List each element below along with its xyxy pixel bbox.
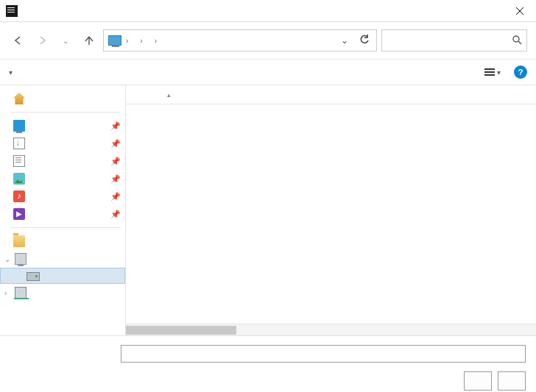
column-header-row: ▴	[126, 85, 536, 104]
close-button[interactable]	[503, 0, 536, 22]
organize-menu[interactable]: ▾	[9, 67, 13, 77]
search-input[interactable]	[387, 35, 507, 46]
desktop-icon	[13, 120, 25, 132]
pin-icon: 📌	[110, 210, 121, 219]
pc-icon	[15, 253, 27, 265]
up-button[interactable]	[80, 31, 99, 50]
hamburger-icon	[484, 68, 495, 76]
forward-button[interactable]	[32, 31, 52, 50]
folder-name-input[interactable]	[121, 345, 526, 363]
expand-icon[interactable]: ›	[4, 289, 10, 297]
sort-ascending-icon: ▴	[167, 91, 171, 99]
address-bar[interactable]: › › › ⌄	[103, 29, 377, 51]
pin-icon: 📌	[110, 121, 121, 131]
folder-icon	[13, 235, 25, 247]
chevron-right-icon[interactable]: ›	[153, 37, 158, 45]
chevron-right-icon[interactable]: ›	[138, 37, 144, 45]
sidebar-item-ccf[interactable]	[0, 232, 125, 250]
pin-icon: 📌	[110, 157, 121, 166]
file-list[interactable]	[126, 104, 536, 324]
pictures-icon	[13, 173, 25, 185]
expand-icon[interactable]: ⌄	[4, 255, 10, 263]
pin-icon: 📌	[110, 192, 121, 202]
address-dropdown[interactable]: ⌄	[336, 35, 353, 46]
view-options-button[interactable]: ▾	[484, 68, 501, 76]
app-icon	[6, 5, 18, 17]
drive-icon	[27, 272, 40, 281]
sidebar-item-downloads[interactable]: 📌	[0, 135, 125, 152]
select-folder-button[interactable]	[464, 371, 492, 391]
sidebar-item-desktop[interactable]: 📌	[0, 117, 125, 135]
sidebar-item-pc[interactable]: ⌄	[0, 250, 125, 268]
column-header-name[interactable]: ▴	[126, 91, 338, 99]
sidebar-item-videos[interactable]: ▶📌	[0, 205, 125, 223]
refresh-button[interactable]	[356, 35, 373, 47]
nav-tree[interactable]: 📌 📌 📌 📌 ♪📌 ▶📌 ⌄ ›	[0, 85, 125, 335]
sidebar-item-network[interactable]: ›	[0, 284, 125, 302]
video-icon: ▶	[13, 208, 25, 220]
pc-icon	[108, 35, 121, 46]
svg-point-0	[513, 36, 519, 42]
back-button[interactable]	[9, 31, 28, 50]
sidebar-item-music[interactable]: ♪📌	[0, 188, 125, 205]
pin-icon: 📌	[110, 139, 121, 149]
horizontal-scrollbar[interactable]	[126, 324, 536, 335]
pin-icon: 📌	[110, 174, 121, 184]
search-field[interactable]	[381, 29, 527, 51]
download-icon	[13, 138, 25, 149]
search-icon[interactable]	[512, 35, 522, 47]
sidebar-item-home[interactable]	[0, 90, 125, 107]
sidebar-item-pictures[interactable]: 📌	[0, 170, 125, 188]
help-button[interactable]: ?	[514, 65, 527, 79]
sidebar-item-documents[interactable]: 📌	[0, 152, 125, 170]
home-icon	[13, 93, 25, 104]
cancel-button[interactable]	[498, 371, 526, 391]
network-icon	[15, 287, 27, 299]
document-icon	[13, 155, 25, 167]
chevron-right-icon[interactable]: ›	[124, 37, 130, 45]
recent-dropdown[interactable]: ⌄	[56, 31, 75, 50]
music-icon: ♪	[13, 190, 25, 202]
scrollbar-thumb[interactable]	[126, 326, 236, 335]
sidebar-item-local-disk[interactable]	[0, 268, 125, 284]
